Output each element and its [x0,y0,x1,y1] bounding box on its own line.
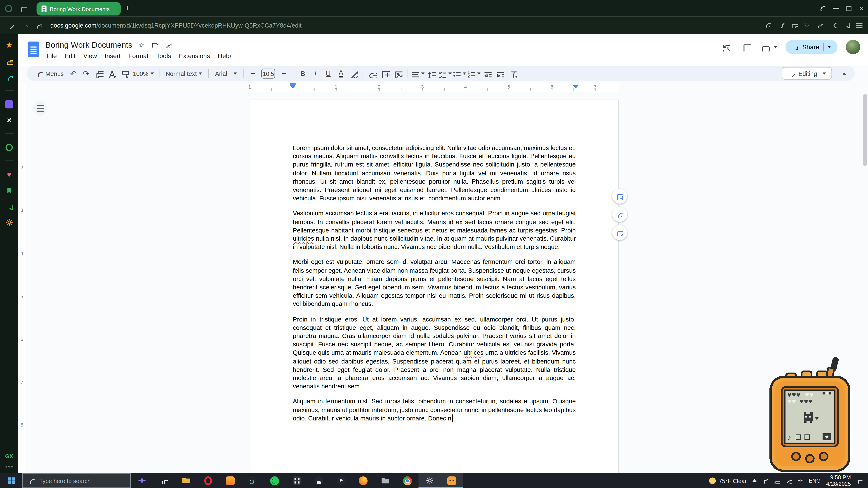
bulleted-list-button[interactable] [452,67,466,79]
hidden-icons-chevron[interactable] [752,479,757,482]
language-indicator[interactable]: ENG [809,477,821,484]
star-document-icon[interactable]: ☆ [138,41,145,49]
align-button[interactable] [410,67,425,79]
settings-gear-icon[interactable] [3,217,15,229]
numbered-list-button[interactable]: 123 [466,67,481,79]
comments-icon[interactable] [740,41,753,53]
extensions-icon[interactable] [816,21,823,31]
menu-file[interactable]: File [43,51,61,61]
document-outline-button[interactable] [33,101,48,116]
taskbar-app-icon-play[interactable] [330,473,352,488]
file-explorer-icon[interactable] [175,473,197,488]
wifi-icon[interactable] [785,477,792,484]
task-view-button[interactable] [153,473,175,488]
browser-tab[interactable]: Boring Work Documents [37,2,121,15]
menu-insert[interactable]: Insert [101,51,125,61]
gx-label[interactable]: GX [5,453,13,459]
sidebar-more-icon[interactable] [8,466,10,467]
window-close-button[interactable]: × [859,5,864,11]
sidebar-app-icon-purple[interactable] [3,98,15,110]
url-field[interactable]: docs.google.com/document/d/1kvdsq1RcpjYX… [51,22,302,29]
menu-extensions[interactable]: Extensions [175,51,214,61]
weather-button[interactable]: 75°F Clear [709,477,747,484]
new-tab-button[interactable]: + [125,3,129,12]
taskbar-app-icon-orange[interactable] [219,473,241,488]
clear-formatting-button[interactable] [506,67,519,79]
zoom-select[interactable]: 100% [131,67,156,79]
taskbar-app-icon-dark-round[interactable] [308,473,330,488]
opera-browser-icon[interactable] [197,473,219,488]
start-button[interactable] [0,473,22,488]
settings-app-icon[interactable] [418,473,440,488]
gx-corner-icon[interactable] [20,5,27,12]
margin-add-comment-button[interactable] [612,189,627,203]
decrease-font-size-button[interactable]: − [247,67,259,79]
paragraph[interactable]: Lorem ipsum dolor sit amet, consectetur … [293,144,576,203]
paragraph[interactable]: Proin in tristique eros. Ut at lorem var… [293,315,576,391]
window-minimize-button[interactable] [833,8,838,9]
taskbar-app-icon-grid[interactable] [286,473,308,488]
bookmarks-icon[interactable] [3,184,15,197]
copilot-button[interactable] [131,473,153,488]
browser-menu-icon[interactable] [856,25,862,26]
chrome-browser-icon[interactable] [396,473,418,488]
taskbar-app-icon-green[interactable] [264,473,286,488]
italic-button[interactable]: I [309,67,322,79]
spellcheck-button[interactable] [105,67,118,79]
x-app-icon[interactable]: × [3,114,15,126]
account-avatar[interactable] [846,40,860,54]
taskbar-app-icon-dark-ring[interactable] [241,473,264,488]
text-color-button[interactable]: A [335,67,347,79]
left-indent-marker[interactable] [290,83,296,88]
browser-search-icon[interactable] [818,3,825,13]
suggest-edits-button[interactable] [612,225,627,240]
clock[interactable]: 9:58 PM 4/28/2025 [826,474,851,487]
emoji-reaction-button[interactable] [612,207,627,222]
insert-image-button[interactable] [392,67,404,79]
taskbar-search-box[interactable]: Type here to search [22,473,131,488]
document-text[interactable]: Lorem ipsum dolor sit amet, consectetur … [293,144,576,423]
heart-icon[interactable]: ♡ [804,22,810,29]
menu-view[interactable]: View [79,51,101,61]
sync-icon[interactable] [3,71,15,83]
insert-link-button[interactable] [366,67,379,79]
profile-icon[interactable] [829,21,837,31]
bold-button[interactable]: B [296,67,309,79]
menu-tools[interactable]: Tools [152,51,175,61]
snapshot-icon[interactable] [791,21,798,31]
checklist-button[interactable] [438,67,452,79]
paragraph-style-select[interactable]: Normal text [162,67,206,79]
favorites-heart-icon[interactable]: ♥ [3,168,15,180]
share-button[interactable]: Share [786,40,837,54]
paragraph[interactable]: Morbi eget est vulputate, ornare sem id,… [293,258,576,308]
back-button[interactable] [6,22,14,29]
decrease-indent-button[interactable] [481,67,493,79]
add-comment-button[interactable] [379,67,392,79]
folder-app-icon[interactable] [374,473,397,488]
underline-button[interactable]: U [322,67,335,79]
download-icon[interactable] [842,21,850,31]
volume-icon[interactable] [797,477,803,484]
forward-button[interactable] [21,22,28,29]
paragraph[interactable]: Vestibulum accumsan lectus a erat iaculi… [293,209,576,252]
line-spacing-button[interactable] [425,67,437,79]
easy-setup-icon[interactable] [764,21,771,31]
docs-logo-icon[interactable] [28,41,39,57]
document-title[interactable]: Boring Work Documents [45,40,132,49]
right-indent-marker[interactable] [573,85,579,89]
highlight-color-button[interactable] [347,67,360,79]
document-page[interactable]: Lorem ipsum dolor sit amet, consectetur … [250,100,619,487]
move-folder-icon[interactable] [151,40,158,50]
virtual-pet-app-icon[interactable] [440,473,463,488]
battery-icon[interactable] [774,477,780,484]
version-history-icon[interactable] [719,41,732,53]
increase-indent-button[interactable] [493,67,506,79]
downloads-icon[interactable] [3,200,15,213]
increase-font-size-button[interactable]: + [278,67,290,79]
opera-gx-logo-icon[interactable] [5,5,12,12]
window-maximize-button[interactable] [846,6,851,11]
reload-button[interactable] [34,22,41,29]
pin-icon[interactable] [777,21,784,31]
paint-format-button[interactable] [118,67,131,79]
menu-format[interactable]: Format [125,51,152,61]
